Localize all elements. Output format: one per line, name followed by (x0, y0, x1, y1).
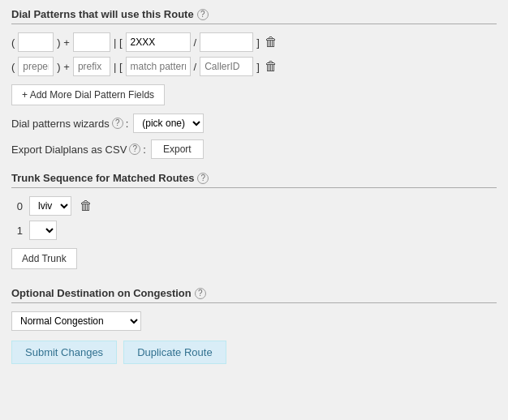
end-bracket-2: ] (256, 61, 260, 73)
trunk-sequence-help-icon[interactable]: ? (197, 173, 209, 184)
export-help-icon[interactable]: ? (129, 144, 140, 155)
dp-field3-row2[interactable] (126, 57, 191, 76)
trunk-index-0: 0 (11, 200, 23, 212)
trunk-select-1[interactable] (29, 221, 57, 240)
dp-field4-row1[interactable] (200, 32, 253, 52)
trunk-index-1: 1 (11, 225, 23, 237)
wizard-label: Dial patterns wizards ? : (11, 118, 128, 130)
optional-dest-help-icon[interactable]: ? (195, 288, 206, 299)
delete-trunk0-button[interactable]: 🗑 (78, 197, 94, 215)
export-row: Export Dialplans as CSV ? : Export (11, 139, 497, 159)
paren-close-2: ) + (57, 61, 70, 73)
wizard-select[interactable]: (pick one) (133, 114, 204, 133)
paren-close-1: ) + (57, 36, 70, 49)
dp-field1-row1[interactable] (18, 32, 54, 52)
dial-pattern-row-1: ( ) + | [ / ] 🗑 (11, 32, 497, 52)
trunk-sequence-title: Trunk Sequence for Matched Routes (11, 172, 194, 184)
export-button[interactable]: Export (151, 139, 204, 159)
optional-dest-divider (11, 302, 497, 303)
trunk-sequence-header: Trunk Sequence for Matched Routes ? (11, 172, 497, 184)
optional-dest-title: Optional Destination on Congestion (11, 287, 192, 299)
congestion-select[interactable]: Normal Congestion (11, 311, 141, 331)
add-trunk-button[interactable]: Add Trunk (11, 248, 77, 269)
trunk-row-1: 1 (11, 221, 497, 240)
bottom-buttons: Submit Changes Duplicate Route (11, 341, 497, 364)
slash-2: / (194, 61, 197, 73)
trunk-select-0[interactable]: lviv (29, 196, 71, 216)
wizard-row: Dial patterns wizards ? : (pick one) (11, 114, 497, 133)
trunk-sequence-divider (11, 187, 497, 188)
optional-dest-header: Optional Destination on Congestion ? (11, 287, 497, 299)
paren-open-2: ( (11, 61, 15, 73)
dp-field2-row2[interactable] (73, 57, 110, 76)
paren-open-1: ( (11, 36, 15, 49)
end-bracket-1: ] (256, 36, 260, 49)
pipe-1: | [ (114, 36, 123, 49)
dp-field2-row1[interactable] (73, 32, 110, 52)
duplicate-route-button[interactable]: Duplicate Route (123, 341, 226, 364)
dial-patterns-divider (11, 24, 497, 24)
export-label: Export Dialplans as CSV ? : (11, 144, 146, 156)
dp-field4-row2[interactable] (200, 57, 253, 76)
trunk-row-0: 0 lviv 🗑 (11, 196, 497, 216)
slash-1: / (194, 36, 197, 49)
wizard-help-icon[interactable]: ? (112, 118, 123, 129)
dial-patterns-header: Dial Patterns that will use this Route ? (11, 8, 497, 20)
add-more-dial-pattern-button[interactable]: + Add More Dial Pattern Fields (11, 84, 165, 105)
delete-row1-button[interactable]: 🗑 (263, 33, 279, 51)
pipe-2: | [ (114, 61, 123, 73)
dial-pattern-row-2: ( ) + | [ / ] 🗑 (11, 57, 497, 76)
dial-patterns-title: Dial Patterns that will use this Route (11, 8, 194, 20)
dp-field1-row2[interactable] (18, 57, 54, 76)
dial-patterns-help-icon[interactable]: ? (197, 9, 209, 20)
dp-field3-row1[interactable] (126, 32, 191, 52)
delete-row2-button[interactable]: 🗑 (263, 58, 279, 75)
submit-changes-button[interactable]: Submit Changes (11, 341, 117, 364)
